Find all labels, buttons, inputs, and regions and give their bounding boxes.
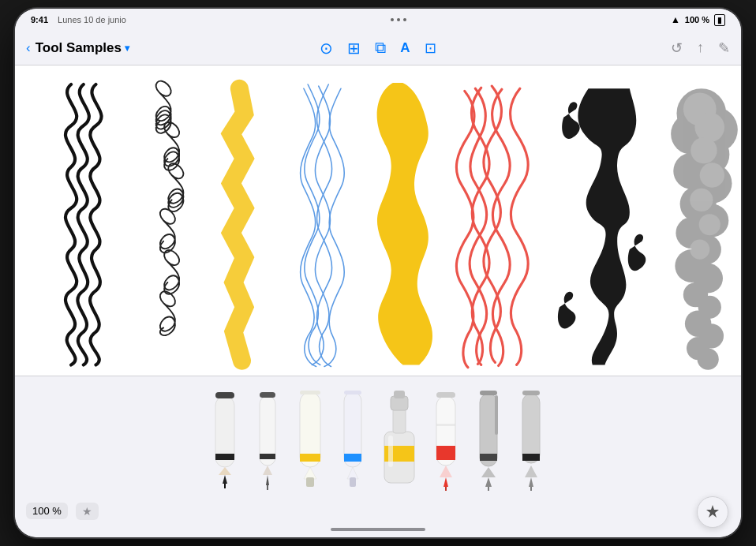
tool-calligraphy-pen[interactable] (471, 384, 506, 491)
tool-red-crayon[interactable] (429, 384, 463, 491)
svg-rect-55 (436, 424, 455, 426)
tool-bottom-bar: 100 % ★ (15, 500, 741, 522)
edit-icon[interactable]: ✎ (718, 39, 730, 57)
svg-rect-51 (394, 391, 405, 398)
svg-rect-32 (260, 454, 275, 459)
status-bar: 9:41 Lunes 10 de junio ▲ 100 % ▮ (15, 9, 741, 31)
svg-rect-66 (495, 395, 498, 435)
svg-rect-41 (300, 391, 320, 395)
tool-gray-brush[interactable] (514, 384, 548, 491)
canvas-area[interactable] (15, 65, 741, 376)
status-bar-center (391, 18, 406, 21)
ipad-frame: 9:41 Lunes 10 de junio ▲ 100 % ▮ ‹ T (15, 9, 741, 537)
svg-point-23 (699, 214, 720, 235)
date-display: Lunes 10 de junio (58, 15, 126, 24)
svg-rect-65 (480, 391, 497, 395)
svg-rect-72 (522, 391, 540, 395)
svg-point-19 (694, 113, 724, 143)
zoom-badge[interactable]: 100 % (26, 503, 68, 519)
history-icon[interactable]: ↺ (671, 39, 683, 57)
status-bar-right: ▲ 100 % ▮ (671, 14, 725, 26)
dot-2 (397, 18, 400, 21)
svg-rect-30 (215, 392, 234, 398)
favorites-badge[interactable]: ★ (76, 503, 99, 520)
svg-rect-45 (350, 477, 356, 487)
svg-marker-70 (529, 477, 533, 487)
svg-point-24 (690, 240, 709, 260)
toolbar-left: ‹ Tool Samples ▾ (26, 40, 168, 56)
tool-fine-pen[interactable] (250, 384, 285, 491)
svg-point-17 (698, 349, 719, 370)
image-icon[interactable]: ⊡ (425, 39, 436, 57)
svg-marker-44 (347, 467, 358, 479)
svg-point-20 (691, 137, 717, 163)
tool-blue-marker[interactable] (335, 384, 370, 491)
title-chevron-icon[interactable]: ▾ (125, 43, 129, 54)
svg-rect-59 (436, 392, 455, 398)
drawing-canvas (15, 65, 741, 376)
wifi-icon: ▲ (671, 14, 680, 25)
svg-marker-56 (440, 466, 452, 477)
dot-3 (403, 18, 406, 21)
svg-marker-28 (223, 475, 227, 484)
chevron-left-icon: ‹ (26, 40, 31, 56)
toolbar-center: ⊙ ⊞ ⧉ A ⊡ (168, 39, 588, 58)
svg-rect-68 (522, 454, 540, 461)
svg-rect-61 (480, 454, 497, 461)
svg-marker-34 (266, 475, 269, 485)
svg-marker-63 (485, 477, 492, 487)
stroke-col-6 (456, 86, 528, 368)
svg-rect-54 (436, 446, 455, 460)
tool-pencil-black[interactable] (208, 384, 242, 491)
svg-rect-52 (388, 436, 393, 467)
svg-marker-39 (304, 467, 316, 479)
pencil-circle-icon[interactable]: ⊙ (320, 39, 333, 58)
tools-row (15, 376, 741, 500)
svg-marker-62 (481, 467, 496, 477)
ipad-screen: 9:41 Lunes 10 de junio ▲ 100 % ▮ ‹ T (15, 9, 741, 537)
svg-rect-46 (344, 391, 361, 395)
svg-rect-49 (393, 408, 406, 433)
svg-rect-36 (260, 392, 275, 398)
stroke-col-3 (231, 88, 245, 361)
stroke-col-7 (558, 88, 646, 365)
dot-1 (391, 18, 394, 21)
tool-panel: 100 % ★ (15, 376, 741, 522)
toolbar: ‹ Tool Samples ▾ ⊙ ⊞ ⧉ A ⊡ ↺ ↑ ✎ (15, 31, 741, 65)
pencil-fab-button[interactable] (697, 496, 728, 528)
tool-yellow-marker[interactable] (293, 384, 327, 491)
battery-icon: ▮ (714, 14, 725, 26)
svg-rect-26 (215, 454, 234, 460)
share-icon[interactable]: ↑ (697, 39, 704, 56)
home-indicator (15, 522, 741, 537)
tool-paint-bottle[interactable] (378, 384, 421, 491)
layers-icon[interactable]: ⧉ (375, 39, 386, 57)
svg-point-22 (690, 189, 713, 211)
svg-marker-73 (706, 505, 719, 518)
stroke-col-4 (301, 84, 345, 367)
back-button[interactable]: ‹ (26, 40, 31, 56)
document-title: Tool Samples ▾ (36, 40, 129, 56)
stroke-col-2 (156, 81, 184, 335)
svg-rect-67 (522, 394, 540, 463)
stroke-col-5 (377, 83, 432, 365)
svg-marker-57 (443, 477, 448, 487)
toolbar-right: ↺ ↑ ✎ (588, 39, 730, 57)
svg-marker-27 (219, 467, 231, 475)
home-bar (331, 528, 425, 531)
svg-marker-33 (263, 466, 272, 475)
svg-marker-69 (525, 466, 537, 477)
svg-point-21 (700, 163, 724, 187)
battery-display: 100 % (685, 15, 709, 24)
text-icon[interactable]: A (400, 40, 410, 56)
svg-rect-43 (344, 454, 361, 462)
status-bar-left: 9:41 Lunes 10 de junio (31, 15, 126, 24)
svg-rect-40 (306, 477, 314, 487)
time-display: 9:41 (31, 15, 48, 24)
stroke-col-1 (65, 84, 102, 365)
svg-rect-38 (300, 454, 320, 462)
grid-view-icon[interactable]: ⊞ (347, 39, 361, 58)
